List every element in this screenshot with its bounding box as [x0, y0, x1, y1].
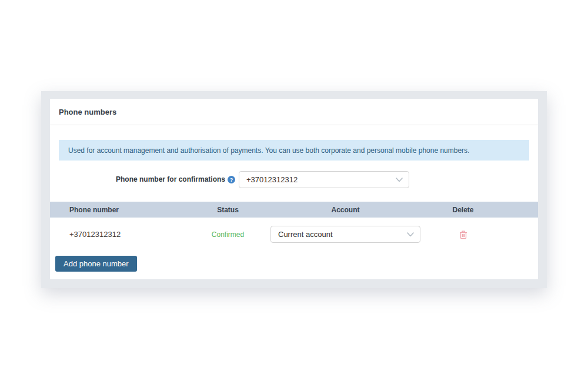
chevron-down-icon: [396, 178, 403, 182]
phone-number-cell: +37012312312: [50, 230, 185, 239]
card-header: Phone numbers: [50, 99, 538, 125]
add-phone-number-button[interactable]: Add phone number: [55, 256, 137, 272]
confirmation-number-row: Phone number for confirmations ? +370123…: [50, 171, 538, 188]
delete-phone-button[interactable]: [458, 229, 469, 240]
confirmation-number-select-value: +37012312312: [246, 175, 298, 184]
info-banner-text: Used for account management and authoris…: [68, 146, 469, 155]
account-select-value: Current account: [278, 230, 333, 239]
account-select[interactable]: Current account: [270, 226, 420, 243]
column-header-status: Status: [185, 206, 270, 214]
page-title: Phone numbers: [59, 108, 116, 116]
status-badge: Confirmed: [185, 230, 270, 239]
page: Phone numbers Used for account managemen…: [0, 0, 588, 381]
table-row: +37012312312 Confirmed Current account: [50, 218, 538, 251]
column-header-account: Account: [270, 206, 420, 214]
info-banner: Used for account management and authoris…: [59, 140, 529, 161]
phone-numbers-card: Phone numbers Used for account managemen…: [50, 99, 538, 279]
help-icon[interactable]: ?: [228, 176, 235, 183]
confirmation-number-select[interactable]: +37012312312: [239, 171, 409, 188]
column-header-phone-number: Phone number: [50, 206, 185, 214]
delete-cell: [420, 229, 506, 240]
column-header-delete: Delete: [420, 206, 506, 214]
chevron-down-icon: [407, 232, 414, 237]
settings-panel-background: Phone numbers Used for account managemen…: [41, 91, 547, 288]
table-header-row: Phone number Status Account Delete: [50, 202, 538, 218]
account-cell: Current account: [270, 226, 420, 243]
phone-numbers-table: Phone number Status Account Delete +3701…: [50, 202, 538, 251]
confirmation-number-label: Phone number for confirmations: [50, 175, 225, 183]
trash-icon: [459, 230, 467, 239]
